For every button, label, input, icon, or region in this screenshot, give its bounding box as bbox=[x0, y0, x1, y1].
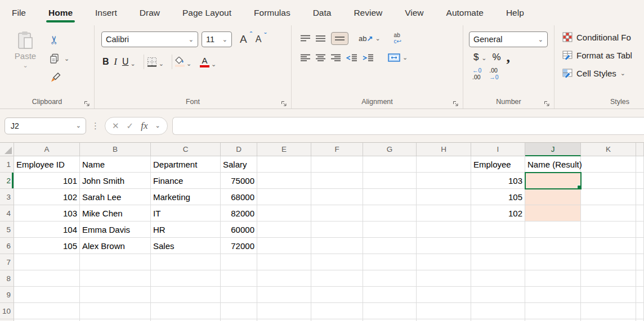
cell-G7[interactable] bbox=[363, 254, 417, 270]
cell-C7[interactable] bbox=[151, 254, 221, 270]
cell-J7[interactable] bbox=[525, 254, 581, 270]
cell-G9[interactable] bbox=[363, 287, 417, 303]
cell-D2[interactable]: 75000 bbox=[221, 173, 257, 189]
accounting-chevron-icon[interactable]: ⌄ bbox=[481, 55, 486, 61]
cell-G3[interactable] bbox=[363, 189, 417, 205]
column-header-I[interactable]: I bbox=[471, 143, 525, 156]
row-header-4[interactable]: 4 bbox=[0, 205, 14, 221]
cell-F2[interactable] bbox=[311, 173, 363, 189]
name-box-chevron-icon[interactable]: ⌄ bbox=[76, 123, 81, 129]
cell-D8[interactable] bbox=[221, 270, 257, 287]
column-header-B[interactable]: B bbox=[80, 143, 151, 156]
percent-style-button[interactable]: % bbox=[492, 52, 500, 63]
cell-I10[interactable] bbox=[471, 303, 525, 319]
cell-B5[interactable]: Emma Davis bbox=[80, 221, 151, 238]
increase-font-size-button[interactable]: A ˆ bbox=[240, 33, 252, 46]
align-left-button[interactable] bbox=[301, 54, 310, 62]
cell-D4[interactable]: 82000 bbox=[221, 205, 257, 221]
cell-J9[interactable] bbox=[525, 287, 581, 303]
cell-F3[interactable] bbox=[311, 189, 363, 205]
cell-J5[interactable] bbox=[525, 221, 581, 238]
increase-indent-button[interactable] bbox=[363, 54, 373, 62]
number-format-select[interactable]: General ⌄ bbox=[469, 31, 548, 47]
cell-A1[interactable]: Employee ID bbox=[14, 156, 80, 173]
tab-insert[interactable]: Insert bbox=[94, 6, 118, 20]
cancel-entry-button[interactable]: ✕ bbox=[112, 121, 119, 131]
cell-D6[interactable]: 72000 bbox=[221, 238, 257, 254]
fill-color-button[interactable]: ⌄ bbox=[175, 57, 191, 67]
font-dialog-launcher-icon[interactable] bbox=[281, 101, 287, 107]
underline-button[interactable]: U ⌄ bbox=[122, 57, 136, 67]
cell-A3[interactable]: 102 bbox=[14, 189, 80, 205]
cell-H10[interactable] bbox=[417, 303, 471, 319]
cell-I6[interactable] bbox=[471, 238, 525, 254]
font-color-chevron-icon[interactable]: ⌄ bbox=[211, 61, 216, 67]
confirm-entry-button[interactable]: ✓ bbox=[127, 121, 134, 131]
cell-G2[interactable] bbox=[363, 173, 417, 189]
cell-E5[interactable] bbox=[257, 221, 311, 238]
conditional-formatting-button[interactable]: Conditional Fo bbox=[554, 30, 644, 44]
cell-I4[interactable]: 102 bbox=[471, 205, 525, 221]
cell-K5[interactable] bbox=[581, 221, 636, 238]
accounting-format-button[interactable]: $ ⌄ bbox=[473, 52, 486, 63]
column-header-A[interactable]: A bbox=[14, 143, 80, 156]
cell-K1[interactable] bbox=[581, 156, 636, 173]
cell-K10[interactable] bbox=[581, 303, 636, 319]
cell-styles-chevron-icon[interactable]: ⌄ bbox=[620, 70, 625, 76]
cell-G1[interactable] bbox=[363, 156, 417, 173]
row-header-6[interactable]: 6 bbox=[0, 238, 14, 254]
decrease-indent-button[interactable] bbox=[346, 54, 357, 62]
top-align-button[interactable] bbox=[301, 35, 310, 42]
cell-D1[interactable]: Salary bbox=[221, 156, 257, 173]
cell-B7[interactable] bbox=[80, 254, 151, 270]
bottom-align-button[interactable] bbox=[331, 32, 348, 45]
merge-center-button[interactable]: ⌄ bbox=[388, 53, 408, 62]
bold-button[interactable]: B bbox=[102, 57, 109, 67]
cell-H3[interactable] bbox=[417, 189, 471, 205]
row-header-8[interactable]: 8 bbox=[0, 270, 14, 287]
insert-function-chevron-icon[interactable]: ⌄ bbox=[155, 123, 160, 129]
clipboard-dialog-launcher-icon[interactable] bbox=[84, 101, 90, 107]
cell-F8[interactable] bbox=[311, 270, 363, 287]
cell-F5[interactable] bbox=[311, 221, 363, 238]
cell-I9[interactable] bbox=[471, 287, 525, 303]
cell-J8[interactable] bbox=[525, 270, 581, 287]
cell-F6[interactable] bbox=[311, 238, 363, 254]
cell-E6[interactable] bbox=[257, 238, 311, 254]
cell-J1[interactable]: Name (Result) bbox=[525, 156, 581, 173]
decrease-font-size-button[interactable]: A ˇ bbox=[256, 34, 267, 44]
insert-function-button[interactable]: fx bbox=[141, 120, 147, 132]
paste-button[interactable]: Paste ⌄ bbox=[9, 31, 42, 84]
formula-input[interactable] bbox=[172, 117, 644, 135]
tab-home[interactable]: Home bbox=[47, 6, 74, 20]
cut-button[interactable]: ✂ bbox=[50, 33, 69, 47]
cell-styles-button[interactable]: Cell Styles ⌄ bbox=[554, 66, 644, 80]
row-header-2[interactable]: 2 bbox=[0, 173, 14, 189]
cell-B1[interactable]: Name bbox=[80, 156, 151, 173]
cell-C9[interactable] bbox=[151, 287, 221, 303]
row-header-9[interactable]: 9 bbox=[0, 287, 14, 303]
column-header-K[interactable]: K bbox=[581, 143, 636, 156]
cell-E10[interactable] bbox=[257, 303, 311, 319]
cell-I1[interactable]: Employee bbox=[471, 156, 525, 173]
cell-E2[interactable] bbox=[257, 173, 311, 189]
borders-button[interactable]: ⌄ bbox=[147, 57, 164, 67]
format-as-table-button[interactable]: Format as Tabl bbox=[554, 48, 644, 62]
cell-E3[interactable] bbox=[257, 189, 311, 205]
cell-I8[interactable] bbox=[471, 270, 525, 287]
select-all-corner[interactable] bbox=[0, 143, 14, 156]
cell-F9[interactable] bbox=[311, 287, 363, 303]
borders-chevron-icon[interactable]: ⌄ bbox=[159, 61, 164, 67]
cell-H7[interactable] bbox=[417, 254, 471, 270]
tab-automate[interactable]: Automate bbox=[445, 6, 485, 20]
tab-view[interactable]: View bbox=[404, 6, 424, 20]
paste-chevron-icon[interactable]: ⌄ bbox=[23, 62, 28, 69]
cell-C10[interactable] bbox=[151, 303, 221, 319]
cell-B4[interactable]: Mike Chen bbox=[80, 205, 151, 221]
row-header-5[interactable]: 5 bbox=[0, 221, 14, 238]
cell-B3[interactable]: Sarah Lee bbox=[80, 189, 151, 205]
cell-G6[interactable] bbox=[363, 238, 417, 254]
cell-A5[interactable]: 104 bbox=[14, 221, 80, 238]
cell-J10[interactable] bbox=[525, 303, 581, 319]
row-header-10[interactable]: 10 bbox=[0, 303, 14, 319]
